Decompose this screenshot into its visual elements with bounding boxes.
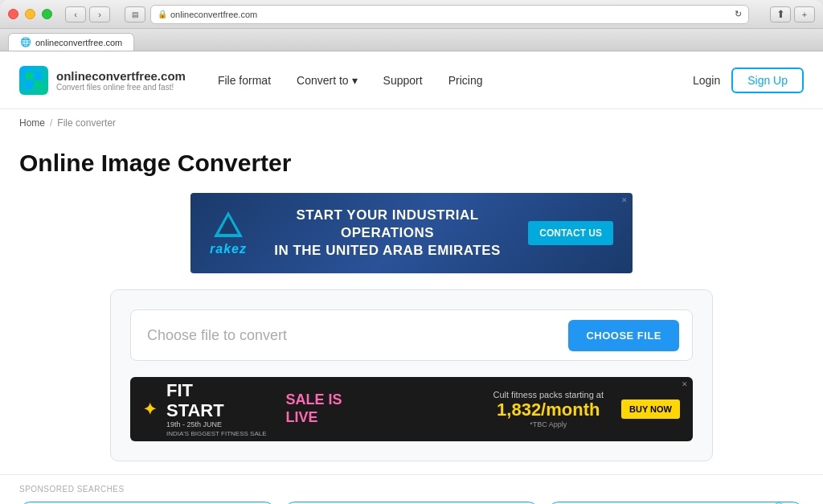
logo-area[interactable]: onlineconvertfree.com Convert files onli… — [19, 66, 186, 95]
price-block: Cult fitness packs starting at 1,832/mon… — [493, 390, 604, 428]
reload-icon[interactable]: ↻ — [735, 9, 742, 19]
sale-block: SALE ISLIVE — [276, 391, 352, 426]
address-bar-area: ▤ 🔒 onlineconvertfree.com ↻ — [125, 5, 749, 24]
close-window-button[interactable] — [8, 9, 18, 19]
breadcrumb-home[interactable]: Home — [19, 117, 45, 129]
tab-bar: 🌐 onlineconvertfree.com — [0, 29, 823, 51]
tbc-text: *TBC Apply — [493, 420, 604, 428]
choose-file-button[interactable]: CHOOSE FILE — [568, 320, 679, 351]
share-button[interactable]: ⬆ — [770, 6, 791, 23]
chevron-down-icon: ▾ — [352, 74, 358, 87]
back-button[interactable]: ‹ — [65, 6, 86, 23]
breadcrumb: Home / File converter — [0, 109, 823, 137]
nav-convert-to[interactable]: Convert to ▾ — [297, 74, 358, 87]
nav-pricing[interactable]: Pricing — [448, 74, 483, 87]
lock-icon: 🔒 — [158, 10, 167, 18]
svg-rect-3 — [35, 81, 42, 88]
logo-text: onlineconvertfree.com Convert files onli… — [56, 69, 186, 92]
fit-start-text: FITSTART — [166, 381, 267, 420]
signup-button[interactable]: Sign Up — [731, 68, 804, 93]
page-title: Online Image Converter — [19, 150, 804, 177]
sale-text: SALE ISLIVE — [286, 391, 342, 426]
sponsored-row-container: SPONSORED SEARCHES ⓘ — [19, 485, 804, 494]
address-bar[interactable]: 🔒 onlineconvertfree.com ↻ — [150, 5, 749, 24]
price-intro: Cult fitness packs starting at — [493, 390, 604, 400]
rakez-brand-name: rakez — [210, 242, 247, 256]
breadcrumb-current: File converter — [57, 117, 116, 129]
nav-file-format[interactable]: File format — [218, 74, 271, 87]
logo-icon — [19, 66, 48, 95]
login-button[interactable]: Login — [693, 74, 720, 87]
converter-box: Choose file to convert CHOOSE FILE ✕ ✦ F… — [110, 289, 713, 461]
nav-actions: Login Sign Up — [693, 68, 804, 93]
nav-support[interactable]: Support — [383, 74, 423, 87]
file-chooser-label: Choose file to convert — [131, 327, 287, 344]
fitness-ad-close-icon: ✕ — [682, 380, 688, 388]
fit-start-block: FITSTART 19th - 25th JUNE INDIA'S BIGGES… — [166, 381, 267, 436]
main-content: Online Image Converter ✕ rakez START YO — [0, 137, 823, 474]
forward-button[interactable]: › — [89, 6, 110, 23]
sponsored-section: SPONSORED SEARCHES ⓘ how to convert file… — [0, 474, 823, 504]
new-tab-button[interactable]: + — [794, 6, 815, 23]
browser-tab[interactable]: 🌐 onlineconvertfree.com — [8, 33, 134, 51]
logo-tagline: Convert files online free and fast! — [56, 83, 186, 92]
svg-rect-0 — [26, 72, 33, 80]
tab-title: onlineconvertfree.com — [35, 38, 122, 47]
ad-top-text: START YOUR INDUSTRIAL OPERATIONSIN THE U… — [247, 207, 528, 260]
svg-rect-2 — [26, 81, 33, 88]
ad-contact-button[interactable]: CONTACT US — [528, 221, 613, 245]
svg-rect-1 — [35, 72, 42, 80]
minimize-window-button[interactable] — [25, 9, 35, 19]
ad-close-icon: ✕ — [621, 196, 628, 204]
browser-nav: ‹ › — [65, 6, 110, 23]
price-value: 1,832/month — [493, 400, 604, 420]
ad-logo: rakez — [210, 210, 247, 256]
tab-grid-button[interactable]: ▤ — [125, 6, 145, 23]
buy-now-button[interactable]: BUY NOW — [621, 400, 680, 419]
breadcrumb-separator: / — [50, 117, 52, 129]
url-text: onlineconvertfree.com — [170, 10, 257, 19]
india-text: INDIA'S BIGGEST FITNESS SALE — [166, 430, 267, 437]
ad-headline: START YOUR INDUSTRIAL OPERATIONSIN THE U… — [260, 207, 515, 260]
ad-banner-fitness: ✕ ✦ FITSTART 19th - 25th JUNE INDIA'S BI… — [130, 377, 693, 441]
tab-favicon: 🌐 — [20, 37, 31, 47]
fit-start-dates: 19th - 25th JUNE — [166, 420, 267, 428]
logo-name: onlineconvertfree.com — [56, 69, 186, 83]
fitness-logo-icon: ✦ — [143, 400, 157, 419]
page-content: onlineconvertfree.com Convert files onli… — [0, 51, 823, 504]
maximize-window-button[interactable] — [42, 9, 52, 19]
title-bar: ‹ › ▤ 🔒 onlineconvertfree.com ↻ ⬆ + — [0, 0, 823, 29]
ad-banner-top: ✕ rakez START YOUR INDUSTRIAL OPERATIONS… — [190, 193, 633, 273]
site-header: onlineconvertfree.com Convert files onli… — [0, 51, 823, 109]
toolbar-right: ⬆ + — [770, 6, 815, 23]
sponsored-label: SPONSORED SEARCHES — [19, 485, 804, 494]
nav-links: File format Convert to ▾ Support Pricing — [218, 74, 693, 87]
file-chooser[interactable]: Choose file to convert CHOOSE FILE — [130, 309, 693, 361]
rakez-logo — [212, 210, 244, 239]
